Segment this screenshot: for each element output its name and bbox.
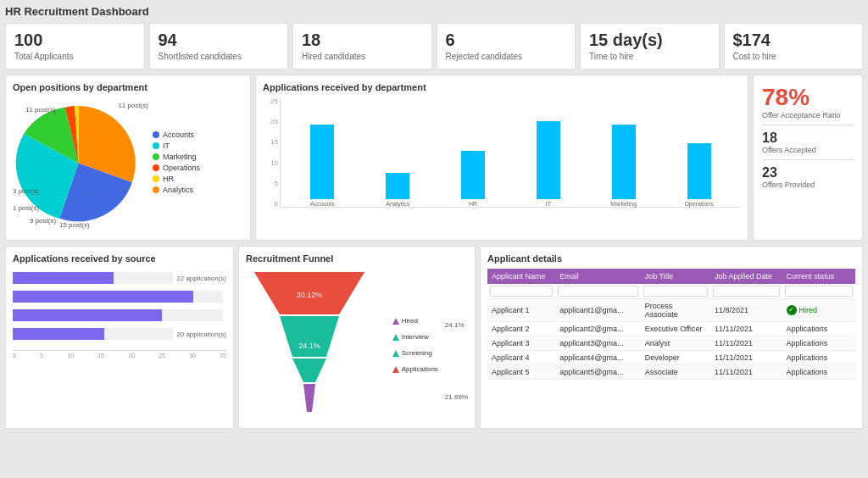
filter-status[interactable]	[785, 286, 853, 297]
col-date: Job Applied Date	[710, 269, 782, 284]
svg-marker-3	[292, 358, 326, 382]
kpi-card-3: 6Rejected candidates	[437, 23, 576, 69]
cell-date: 11/11/2021	[710, 351, 782, 365]
y-axis: 2520151050	[263, 97, 280, 208]
bottom-row: Applications received by source 22 appli…	[5, 246, 863, 429]
source-bars: 22 application(s)	[13, 269, 226, 350]
pie-label-it: 11 post(s)	[25, 106, 56, 114]
cell-name: Applicant 1	[487, 299, 555, 322]
kpi-value-4: 15 day(s)	[589, 31, 710, 50]
pie-container: 11 post(s) 11 post(s) 1 post(s) 3 post(s…	[13, 97, 243, 229]
kpi-card-0: 100Total Applicants	[5, 23, 145, 69]
applicant-table-card: Applicant details Applicant Name Email J…	[480, 246, 863, 429]
svg-text:24.1%: 24.1%	[298, 342, 320, 350]
pie-legend: Accounts IT Marketing Operations	[153, 131, 200, 197]
table-row: Applicant 3 applicant3@gma... Analyst 11…	[487, 336, 855, 351]
filter-email[interactable]	[558, 286, 637, 297]
offer-divider1	[762, 125, 854, 125]
legend-operations: Operations	[153, 164, 200, 172]
kpi-label-5: Cost to hire	[733, 52, 854, 61]
filter-title[interactable]	[643, 286, 708, 297]
middle-row: Open positions by department	[5, 75, 863, 241]
offer-accepted-label: Offers Accepted	[762, 146, 854, 154]
kpi-label-2: Hired candidates	[302, 52, 423, 61]
svg-marker-2	[280, 316, 339, 357]
legend-hr: HR	[153, 175, 200, 183]
source-chart-card: Applications received by source 22 appli…	[5, 246, 234, 429]
applicant-table: Applicant Name Email Job Title Job Appli…	[487, 269, 855, 380]
kpi-card-5: $174Cost to hire	[724, 23, 864, 69]
svg-marker-6	[392, 318, 399, 325]
cell-title: Process Associate	[641, 299, 710, 322]
bar-chart-bars: Accounts Analytics HR IT	[280, 97, 741, 208]
funnel-pcts: 24.1% 21.69%	[445, 273, 468, 417]
source-axis: 05101520253035	[13, 350, 226, 358]
kpi-value-3: 6	[446, 31, 567, 50]
pie-chart-card: Open positions by department	[5, 75, 251, 241]
col-name: Applicant Name	[487, 269, 555, 284]
source-chart-title: Applications received by source	[13, 253, 226, 264]
pie-label-analytics: 15 post(s)	[59, 221, 90, 229]
kpi-card-1: 94Shortlisted candidates	[149, 23, 289, 69]
col-title: Job Title	[641, 269, 710, 284]
cell-status: ✓ Hired	[782, 299, 855, 322]
offer-card: 78% Offer Acceptance Ratio 18 Offers Acc…	[753, 75, 863, 241]
funnel-legend: Hired Interview Screening Applications	[392, 317, 438, 373]
cell-title: Analyst	[641, 336, 710, 351]
offer-divider2	[762, 159, 854, 160]
svg-marker-8	[392, 350, 399, 357]
offer-pct: 78%	[762, 84, 854, 111]
table-row: Applicant 1 applicant1@gma... Process As…	[487, 299, 855, 322]
offer-accepted: 18	[762, 131, 854, 146]
svg-marker-9	[392, 366, 399, 373]
col-email: Email	[555, 269, 640, 284]
cell-name: Applicant 2	[487, 322, 555, 336]
svg-marker-5	[303, 384, 315, 412]
legend-accounts: Accounts	[153, 131, 200, 139]
offer-provided: 23	[762, 165, 854, 181]
applicant-table-title: Applicant details	[487, 253, 855, 264]
kpi-value-0: 100	[14, 31, 136, 50]
cell-status: Applications	[782, 351, 855, 365]
kpi-value-2: 18	[302, 31, 423, 50]
cell-email: applicant5@gma...	[555, 365, 640, 380]
dashboard: HR Recruitment Dashboard 100Total Applic…	[0, 0, 868, 478]
table-row: Applicant 5 applicant5@gma... Associate …	[487, 365, 855, 380]
cell-date: 11/11/2021	[710, 322, 782, 336]
cell-email: applicant4@gma...	[555, 351, 640, 365]
kpi-value-5: $174	[733, 31, 854, 50]
kpi-value-1: 94	[159, 31, 280, 50]
funnel-chart-card: Recruitment Funnel 30.12% 24.1%	[238, 246, 476, 429]
legend-analytics: Analytics	[153, 186, 200, 194]
filter-date[interactable]	[713, 286, 780, 297]
cell-date: 11/8/2021	[710, 299, 782, 322]
table-row: Applicant 2 applicant2@gma... Executive …	[487, 322, 855, 336]
table-header-row: Applicant Name Email Job Title Job Appli…	[487, 269, 855, 284]
cell-name: Applicant 5	[487, 365, 555, 380]
pie-chart-title: Open positions by department	[13, 82, 243, 92]
pie-label-marketing: 1 post(s)	[13, 204, 39, 212]
table-row: Applicant 4 applicant4@gma... Developer …	[487, 351, 855, 365]
cell-email: applicant3@gma...	[555, 336, 640, 351]
cell-title: Executive Officer	[641, 322, 710, 336]
cell-status: Applications	[782, 336, 855, 351]
cell-email: applicant2@gma...	[555, 322, 640, 336]
svg-text:30.12%: 30.12%	[297, 291, 323, 299]
cell-status: Applications	[782, 322, 855, 336]
cell-title: Developer	[641, 351, 710, 365]
col-status: Current status	[782, 269, 855, 284]
cell-name: Applicant 4	[487, 351, 555, 365]
filter-name[interactable]	[490, 286, 553, 297]
funnel-svg-area: 30.12% 24.1%	[246, 272, 386, 418]
cell-date: 11/11/2021	[710, 336, 782, 351]
kpi-label-0: Total Applicants	[14, 52, 136, 61]
cell-date: 11/11/2021	[710, 365, 782, 380]
cell-name: Applicant 3	[487, 336, 555, 351]
funnel-container: 30.12% 24.1% Hired	[246, 269, 468, 421]
table-filter-row[interactable]	[487, 284, 855, 299]
kpi-row: 100Total Applicants94Shortlisted candida…	[5, 23, 863, 69]
kpi-label-1: Shortlisted candidates	[159, 52, 280, 61]
bar-chart-card: Applications received by department 2520…	[255, 75, 748, 241]
page-title: HR Recruitment Dashboard	[5, 5, 863, 18]
pie-label-hr: 9 post(s)	[30, 217, 56, 225]
